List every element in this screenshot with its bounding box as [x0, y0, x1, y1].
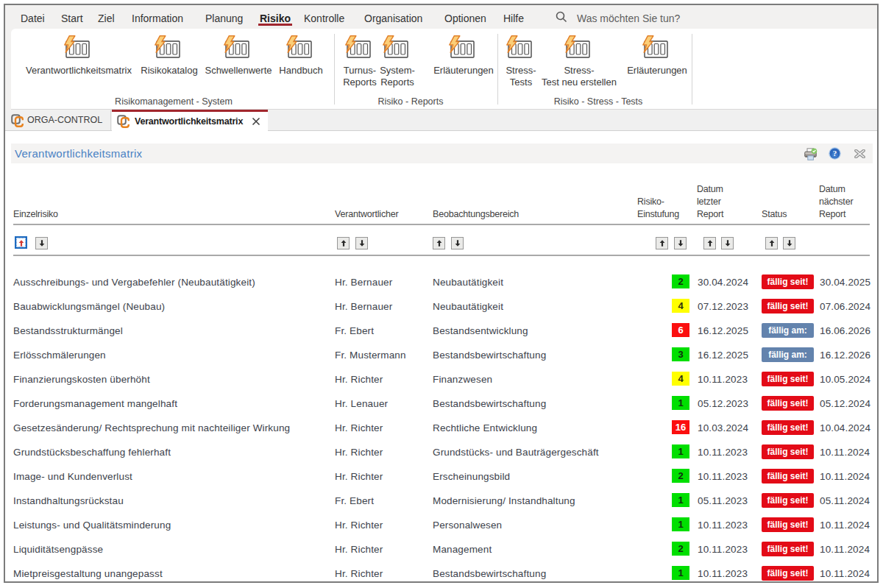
svg-text:?: ?: [833, 149, 837, 157]
